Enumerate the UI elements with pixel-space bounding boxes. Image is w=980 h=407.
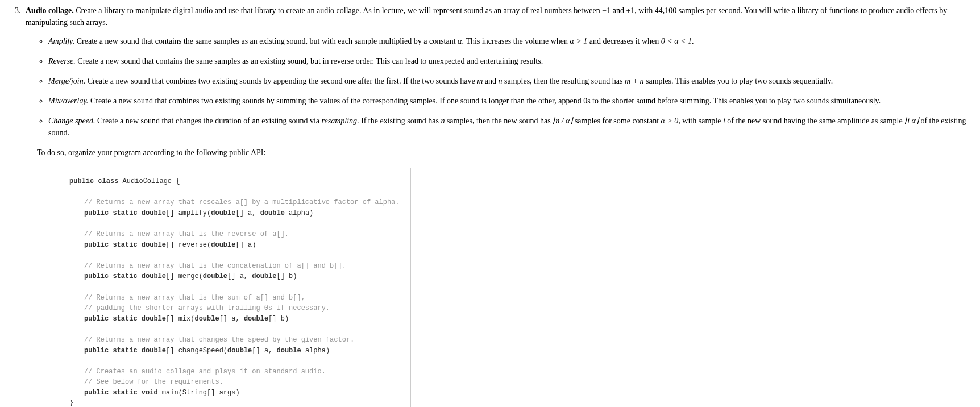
effect-mix: Mix/overlay. Create a new sound that com… [48,95,969,107]
effect-changespeed: Change speed. Create a new sound that ch… [48,115,969,139]
problem-title: Audio collage. [26,6,74,15]
followup-text: To do so, organize your program accordin… [37,147,969,159]
effect-name: Amplify. [48,37,74,45]
effect-name: Merge/join. [48,77,85,85]
effect-name: Mix/overlay. [48,97,88,105]
effects-list: Amplify. Create a new sound that contain… [26,35,969,139]
effect-name: Reverse. [48,57,76,65]
effect-reverse: Reverse. Create a new sound that contain… [48,55,969,67]
problem-item: Audio collage. Create a library to manip… [23,5,969,407]
problem-list: Audio collage. Create a library to manip… [11,5,969,407]
problem-intro: Audio collage. Create a library to manip… [26,6,947,27]
api-code-block: public class AudioCollage { // Returns a… [59,168,411,407]
effect-name: Change speed. [48,117,95,125]
effect-merge: Merge/join. Create a new sound that comb… [48,75,969,87]
effect-amplify: Amplify. Create a new sound that contain… [48,35,969,47]
